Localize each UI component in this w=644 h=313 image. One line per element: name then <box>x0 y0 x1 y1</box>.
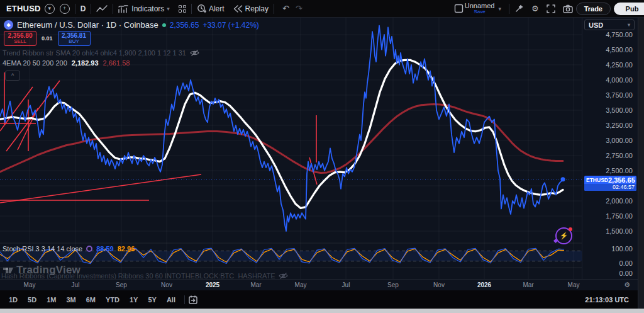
symbol-legend[interactable]: ◆ Ethereum / U.S. Dollar · 1D · Coinbase… <box>4 20 259 30</box>
price-axis[interactable]: USD ▾ 4,750.004,500.004,250.004,000.003,… <box>582 18 638 279</box>
alert-icon[interactable] <box>197 4 206 13</box>
time-axis[interactable]: ⚙ MayJulSepNov2025MarMayJulSepNov2026Mar… <box>0 279 638 290</box>
time-tick-2025: 2025 <box>206 282 219 288</box>
replay-button[interactable]: Replay <box>245 4 269 13</box>
price-tick: 3,000.00 <box>606 137 633 144</box>
currency-label: USD <box>589 21 603 29</box>
interval-button[interactable]: D <box>80 4 86 13</box>
save-button[interactable]: Save <box>474 9 485 14</box>
range-button-5d[interactable]: 5D <box>24 294 40 305</box>
divider <box>91 4 91 14</box>
market-open-dot <box>162 23 166 27</box>
last-price: 2,356.65 <box>170 21 199 30</box>
layout-icon[interactable] <box>454 4 464 13</box>
templates-icon[interactable] <box>179 5 186 13</box>
time-tick-Sep: Sep <box>387 282 399 288</box>
right-edge-strip <box>638 18 644 309</box>
publish-button[interactable]: Pub <box>614 3 644 15</box>
spread-value: 0.01 <box>42 35 53 42</box>
last-price-dot <box>561 177 565 181</box>
range-button-5y[interactable]: 5Y <box>144 294 160 305</box>
indicators-icon[interactable] <box>118 4 128 13</box>
time-tick-Jul: Jul <box>72 282 80 288</box>
range-button-3m[interactable]: 3M <box>62 294 79 305</box>
settings-gear-icon[interactable]: ⚙ <box>531 4 539 13</box>
range-button-all[interactable]: All <box>163 294 179 305</box>
symbol-title[interactable]: Ethereum / U.S. Dollar · 1D · Coinbase <box>17 20 158 30</box>
currency-selector[interactable]: USD ▾ <box>584 20 635 30</box>
compare-icon[interactable]: + <box>60 4 70 14</box>
time-tick-2026: 2026 <box>477 282 491 288</box>
price-tick: 3,500.00 <box>606 106 633 114</box>
price-tick: 2,000.00 <box>606 197 633 205</box>
time-tick-May: May <box>24 282 36 288</box>
sub-pane-tick: 0.00 <box>619 259 633 267</box>
eye-off-icon[interactable] <box>279 272 288 279</box>
divider <box>113 4 113 14</box>
current-price-label: ETHUSD 2,356.65 02:46:57 <box>584 176 636 191</box>
price-change: +33.07 (+1.42%) <box>203 21 258 30</box>
ethereum-logo-icon: ◆ <box>4 20 13 30</box>
redo-icon[interactable]: ↷ <box>296 4 303 13</box>
chevron-down-icon: ▾ <box>628 22 630 28</box>
price-tick: 3,750.00 <box>606 91 633 99</box>
symbol-button[interactable]: ETHUSD <box>6 4 41 13</box>
fullscreen-icon[interactable] <box>547 4 555 13</box>
layout-name-block[interactable]: Unnamed Save <box>465 3 495 15</box>
snapshot-camera-icon[interactable] <box>563 4 573 13</box>
chart-type-icon[interactable] <box>96 4 108 13</box>
range-button-1y[interactable]: 1Y <box>126 294 142 305</box>
stoch-k-value: 88.59 <box>96 245 114 253</box>
chevron-down-icon[interactable]: ▾ <box>167 6 170 12</box>
stoch-rsi-legend[interactable]: Stoch RSI 3 3 14 14 close 88.59 82.96 <box>3 245 135 253</box>
bar-countdown: 02:46:57 <box>584 184 636 191</box>
ai-assistant-button[interactable]: ⚡ <box>555 227 572 244</box>
divider <box>274 4 274 14</box>
buy-sell-widget: 2,356.80 SELL 0.01 2,356.81 BUY <box>4 31 91 46</box>
notification-dot <box>569 227 572 231</box>
indicators-button[interactable]: Indicators <box>131 4 164 13</box>
time-tick-May: May <box>568 282 580 288</box>
time-tick-Mar: Mar <box>523 282 533 288</box>
watermark-text: TradingView <box>16 264 80 276</box>
symbol-dropdown-icon[interactable]: ▾ <box>45 4 55 14</box>
clock-utc[interactable]: 21:13:03 UTC <box>585 296 634 304</box>
chart-pane[interactable]: TradingView Hash Ribbons (Capriole Inves… <box>0 18 582 279</box>
range-button-ytd[interactable]: YTD <box>102 294 123 305</box>
trade-button[interactable]: Trade <box>576 3 611 15</box>
divider <box>184 295 185 304</box>
time-tick-Nov: Nov <box>161 282 172 288</box>
time-tick-Nov: Nov <box>433 282 445 288</box>
range-button-1m[interactable]: 1M <box>43 294 60 305</box>
chevron-down-icon[interactable]: ▾ <box>498 6 501 12</box>
alert-button[interactable]: Alert <box>209 4 225 13</box>
time-tick-Sep: Sep <box>116 282 127 288</box>
window-edge-strip <box>0 309 644 313</box>
sell-button[interactable]: 2,356.80 SELL <box>4 31 36 46</box>
price-label-symbol: ETHUSD <box>586 177 608 183</box>
buy-button[interactable]: 2,356.81 BUY <box>58 31 91 46</box>
price-tick: 4,000.00 <box>606 76 633 84</box>
quick-search-wand-icon[interactable] <box>514 4 524 13</box>
divider <box>75 4 75 14</box>
time-tick-Mar: Mar <box>250 282 261 288</box>
range-button-6m[interactable]: 6M <box>82 294 99 305</box>
price-tick: 4,250.00 <box>606 61 633 69</box>
price-chart-canvas[interactable] <box>0 18 582 279</box>
replay-icon[interactable] <box>233 5 243 13</box>
trend-ribbon-legend[interactable]: Trend Ribbon str SMA 20 ohlc4 ohlc4 1,90… <box>3 49 199 57</box>
sell-label: SELL <box>14 39 26 44</box>
tradingview-watermark: TradingView <box>3 264 80 276</box>
eye-off-icon[interactable] <box>190 49 199 57</box>
ema-legend[interactable]: 4EMA 20 50 200 200 2,182.93 2,661.58 <box>3 59 130 67</box>
stoch-rsi-label: Stoch RSI 3 3 14 14 close <box>3 245 82 253</box>
range-button-1d[interactable]: 1D <box>5 294 21 305</box>
price-tick: 1,500.00 <box>606 227 633 235</box>
sub-pane-tick: 0.00 <box>619 270 633 277</box>
undo-icon[interactable]: ↶ <box>282 4 289 13</box>
price-tick: 4,750.00 <box>606 31 633 38</box>
go-to-date-icon[interactable] <box>189 295 198 304</box>
indicator-ring-icon <box>86 246 92 252</box>
axis-settings-gear-icon[interactable]: ⚙ <box>624 281 630 289</box>
legend-collapse-button[interactable]: ^ <box>5 71 20 81</box>
